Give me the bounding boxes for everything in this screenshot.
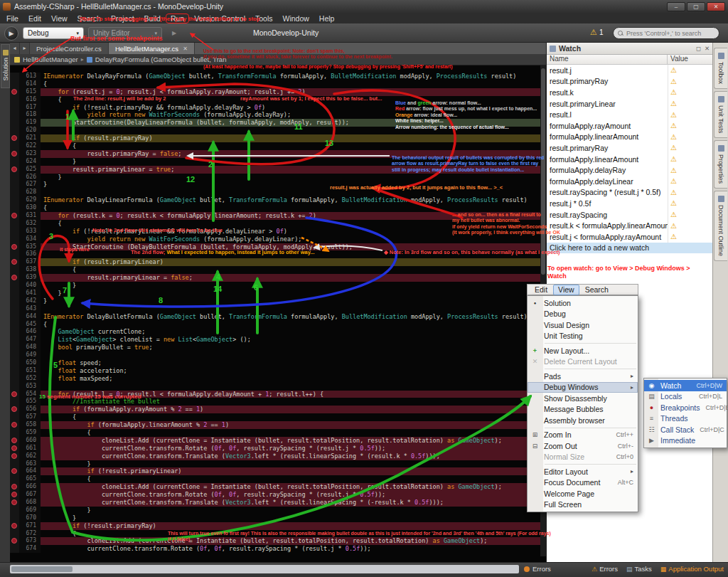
breakpoint-gutter[interactable] — [10, 514, 19, 522]
breakpoint-gutter[interactable] — [10, 321, 19, 329]
breakpoint-gutter[interactable] — [10, 150, 19, 158]
menu-project[interactable]: Project — [106, 14, 139, 23]
code-editor[interactable]: 613IEnumerator DelayRayFormula (GameObje… — [10, 65, 546, 562]
watch-row[interactable]: result.j * 0.5f⚠ — [547, 198, 712, 209]
code-line[interactable]: 619 StartCoroutine(DelayLinearFormula (b… — [10, 119, 540, 127]
tab-projectilecontroller-cs[interactable]: ProjectileController.cs — [30, 43, 109, 54]
code-line[interactable]: 660 cloneList.Add (currentClone = Instan… — [10, 437, 540, 445]
breakpoint-gutter[interactable] — [10, 367, 19, 375]
menu-item-watch[interactable]: ◉WatchCtrl+D|W — [644, 380, 727, 391]
code-line[interactable]: 633 if (!result.primaryLinear && formula… — [10, 228, 540, 235]
code-line[interactable]: 634 yield return new WaitForSeconds (for… — [10, 235, 540, 243]
code-line[interactable]: 641 } — [10, 290, 540, 297]
search-box[interactable] — [613, 27, 719, 39]
watch-row[interactable]: result.primaryLinear⚠ — [547, 98, 712, 110]
tasks-button[interactable]: ▤Tasks — [626, 565, 652, 573]
breakpoint-icon[interactable] — [11, 499, 17, 505]
code-line[interactable]: 640 } — [10, 282, 540, 290]
menu-view[interactable]: View — [46, 14, 73, 23]
breakpoint-gutter[interactable] — [10, 336, 19, 344]
breakpoint-gutter[interactable] — [10, 452, 19, 460]
target-dropdown[interactable]: Unity Editor▾ — [88, 27, 162, 39]
step-button[interactable]: ▶ — [168, 27, 181, 39]
breakpoint-gutter[interactable] — [10, 467, 19, 475]
watch-row[interactable]: result.l⚠ — [547, 109, 712, 120]
breakpoint-gutter[interactable] — [10, 530, 19, 538]
code-line[interactable]: 617 if (!result.primaryRay && formulaApp… — [10, 104, 540, 112]
watch-row[interactable]: result.primaryRay⚠ — [547, 142, 712, 154]
breakpoint-gutter[interactable] — [10, 119, 19, 127]
watch-row[interactable]: result.primaryRay⚠ — [547, 76, 712, 88]
code-line[interactable]: 643 — [10, 305, 540, 313]
menu-item-immediate[interactable]: ▶Immediate — [644, 435, 727, 447]
breakpoint-icon[interactable] — [11, 523, 17, 529]
watch-row[interactable]: formulaApply.rayAmount⚠ — [547, 120, 712, 132]
breakpoint-gutter[interactable] — [10, 313, 19, 321]
breakpoint-gutter[interactable] — [10, 204, 19, 212]
code-line[interactable]: 613IEnumerator DelayRayFormula (GameObje… — [10, 73, 540, 80]
warning-badge[interactable]: ⚠1 — [590, 28, 603, 37]
solution-dock-tab[interactable]: Solution — [1, 44, 10, 88]
breakpoint-gutter[interactable] — [10, 88, 19, 96]
code-line[interactable]: 652 float maxSpeed; — [10, 375, 540, 383]
breakpoint-gutter[interactable] — [10, 406, 19, 413]
code-line[interactable]: 623 result.primaryRay = false; — [10, 150, 540, 158]
code-line[interactable]: 664 if (!result.primaryLinear) — [10, 467, 540, 475]
menu-item-zoom-in[interactable]: ⊞Zoom InCtrl++ — [528, 430, 638, 441]
code-line[interactable]: 651 float acceleration; — [10, 367, 540, 375]
breakpoint-icon[interactable] — [11, 391, 17, 397]
breakpoint-gutter[interactable] — [10, 243, 19, 251]
menu-item-debug-windows[interactable]: Debug Windows▸ — [528, 382, 638, 393]
code-line[interactable]: 647 List<GameObject> cloneList = new Lis… — [10, 336, 540, 344]
breakpoint-gutter[interactable] — [10, 429, 19, 437]
menu-file[interactable]: File — [1, 14, 23, 23]
dock-tab-toolbox[interactable]: Toolbox — [714, 48, 727, 89]
code-line[interactable]: 670 } — [10, 514, 540, 522]
breakpoint-gutter[interactable] — [10, 127, 19, 134]
application-output-button[interactable]: ▦Application Output — [660, 565, 724, 573]
code-line[interactable]: 644IEnumerator DelayBulletFormula (GameO… — [10, 313, 540, 321]
close-panel-button[interactable]: ✕ — [705, 45, 710, 52]
code-line[interactable]: 618 yield return new WaitForSeconds (for… — [10, 111, 540, 119]
watch-col-value[interactable]: Value — [668, 55, 712, 64]
code-line[interactable]: 657 { — [10, 413, 540, 421]
tab-hellbulletmanager-cs[interactable]: HellBulletManager.cs✕ — [109, 43, 195, 54]
menu-item-breakpoints[interactable]: ●BreakpointsCtrl+D|B — [644, 402, 727, 413]
breakpoint-gutter[interactable] — [10, 351, 19, 359]
menu-build[interactable]: Build — [139, 14, 166, 23]
menu-item-pads[interactable]: Pads▸ — [528, 371, 638, 382]
menu-version-control[interactable]: Version Control — [189, 14, 250, 23]
code-line[interactable]: 650 float speed; — [10, 359, 540, 367]
breakpoint-icon[interactable] — [11, 492, 17, 497]
breakpoint-gutter[interactable] — [10, 383, 19, 391]
breakpoint-gutter[interactable] — [10, 158, 19, 166]
breakpoint-gutter[interactable] — [10, 250, 19, 258]
code-line[interactable]: 658 if (formulaApply.linearAmount % 2 ==… — [10, 421, 540, 429]
minimize-button[interactable]: – — [667, 2, 685, 11]
code-line[interactable]: 655 //Instantiate the bullet — [10, 398, 540, 406]
code-line[interactable]: 663 } — [10, 460, 540, 468]
breakpoint-icon[interactable] — [11, 213, 17, 218]
breakpoint-gutter[interactable] — [10, 189, 19, 196]
code-line[interactable]: 620 — [10, 127, 540, 134]
code-line[interactable]: 632 { — [10, 220, 540, 228]
breadcrumb-class[interactable]: HellBulletManager — [23, 55, 78, 63]
watch-col-name[interactable]: Name — [547, 55, 668, 64]
breakpoint-icon[interactable] — [11, 135, 17, 141]
code-line[interactable]: 621 if (result.primaryRay) — [10, 134, 540, 142]
breakpoint-gutter[interactable] — [10, 104, 19, 112]
breakpoint-icon[interactable] — [11, 166, 17, 172]
watch-row[interactable]: result.raySpacing * (result.j * 0.5f)⚠ — [547, 187, 712, 198]
menu-item-focus-document[interactable]: Focus DocumentAlt+C — [528, 477, 638, 489]
scrollbar-thumb[interactable] — [11, 566, 73, 572]
statusbar-errors-left[interactable]: Errors — [524, 565, 551, 573]
errors-button[interactable]: ⚠Errors — [592, 565, 618, 573]
watch-row[interactable]: result.k < formulaApply.linearAmount⚠ — [547, 220, 712, 231]
code-line[interactable]: 667 currentClone.transform.Rotate (0f, 0… — [10, 491, 540, 499]
breakpoint-gutter[interactable] — [10, 174, 19, 181]
menustrip-view[interactable]: View — [553, 285, 579, 295]
breakpoint-icon[interactable] — [11, 453, 17, 459]
breakpoint-gutter[interactable] — [10, 196, 19, 204]
breakpoint-gutter[interactable] — [10, 421, 19, 429]
code-line[interactable]: 674 currentClone.transform.Rotate (0f, 0… — [10, 545, 540, 553]
